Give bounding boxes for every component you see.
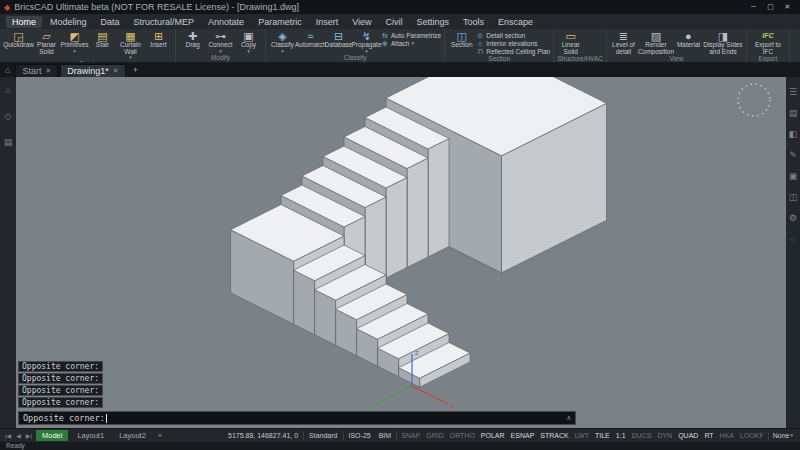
ribbon-item-material[interactable]: ● Material <box>675 30 702 49</box>
command-history-line: Opposite corner: <box>18 373 103 384</box>
ribbon-item-display-sides-and-ends[interactable]: ◨ Display Sides and Ends <box>703 30 743 55</box>
gear-icon[interactable]: ⚙ <box>789 213 797 223</box>
viewport[interactable]: X Y Z Opposite corner: Opposite corner: … <box>16 77 786 428</box>
first-layout-button[interactable]: |◀ <box>4 432 12 439</box>
command-input[interactable]: Opposite corner: ∧ <box>18 411 576 425</box>
ribbon-item-primitives[interactable]: ◩ Primitives ▾ <box>61 30 88 54</box>
pencil-icon[interactable]: ✎ <box>789 150 797 160</box>
tab-layout2[interactable]: Layout2 <box>113 430 152 441</box>
diamond-icon[interactable]: ◇ <box>5 111 12 121</box>
ribbon-item-stair[interactable]: ▤ Stair <box>89 30 116 49</box>
section-icon: ◫ <box>457 30 467 42</box>
ready-bar: Ready <box>0 442 800 450</box>
status-toggle-grid[interactable]: GRID <box>423 432 447 439</box>
chevron-down-icon: ▾ <box>411 41 414 46</box>
ribbon-item-planar-solid[interactable]: ▱ Planar Solid <box>33 30 60 55</box>
tab-drawing1[interactable]: Drawing1* ✕ <box>60 64 125 77</box>
status-toggle-polar[interactable]: POLAR <box>478 432 508 439</box>
status-toggle-rt[interactable]: RT <box>701 432 716 439</box>
layers-icon[interactable]: ▤ <box>789 108 798 118</box>
ribbon-item-drag[interactable]: ✚ Drag <box>179 30 206 49</box>
status-toggle-ortho[interactable]: ORTHO <box>447 432 478 439</box>
menu-data[interactable]: Data <box>95 16 126 28</box>
selection-mode-dropdown[interactable]: None ▾ <box>770 432 796 439</box>
ribbon-item-database[interactable]: ⊟ Database <box>325 30 352 49</box>
tab-layout1[interactable]: Layout1 <box>71 430 110 441</box>
ribbon-item-curtain-wall[interactable]: ▦ Curtain Wall ▾ <box>117 30 144 60</box>
ribbon-item-render-composition[interactable]: ▨ Render Composition <box>638 30 674 55</box>
menu-home[interactable]: Home <box>6 16 42 28</box>
menu-enscape[interactable]: Enscape <box>492 16 539 28</box>
close-icon[interactable]: ✕ <box>113 67 119 75</box>
ribbon-item-automatch[interactable]: ≈ Automatch <box>297 30 324 49</box>
command-prompt-text: Opposite corner: <box>23 413 105 423</box>
menu-view[interactable]: View <box>346 16 377 28</box>
ribbon-item-export-to-ifc[interactable]: IFC Export to IFC <box>750 30 786 55</box>
home-icon[interactable]: ⌂ <box>5 85 10 95</box>
ribbon-item-propagate[interactable]: ↯ Propagate ▾ <box>353 30 380 54</box>
new-tab-button[interactable]: + <box>128 65 143 75</box>
layers-icon[interactable]: ▤ <box>4 137 13 147</box>
prev-layout-button[interactable]: ◀ <box>15 432 22 439</box>
ribbon-item-reflected-ceiling-plan[interactable]: ⊓ Reflected Ceiling Plan <box>476 48 550 55</box>
close-button[interactable]: ✕ <box>779 3 796 11</box>
ribbon-item-attach[interactable]: ⊕ Attach ▾ <box>381 40 441 47</box>
coordinates-display[interactable]: 5175.88, 146827.41, 0 <box>224 432 302 439</box>
status-toggle-lwt[interactable]: LWT <box>572 432 592 439</box>
workspace-name[interactable]: BIM <box>375 432 395 439</box>
hamburger-icon[interactable]: ☰ <box>789 87 797 97</box>
maximize-button[interactable]: ▢ <box>762 3 779 11</box>
ribbon-group-structure-hvac: ▭ Linear Solid Structure/HVAC <box>554 29 607 62</box>
ribbon-item-quickdraw[interactable]: ◲ Quickdraw <box>5 30 32 49</box>
status-toggle-hka[interactable]: HKA <box>717 432 737 439</box>
status-toggle-tile[interactable]: TILE <box>592 432 613 439</box>
half-square-icon[interactable]: ◧ <box>789 129 798 139</box>
menu-annotate[interactable]: Annotate <box>202 16 250 28</box>
ribbon-item-classify[interactable]: ◈ Classify ▾ <box>269 30 296 54</box>
chevron-down-icon: ▾ <box>365 49 368 54</box>
tab-model[interactable]: Model <box>36 430 68 441</box>
lookfrom-compass-icon[interactable] <box>734 80 774 124</box>
status-toggle-lookf[interactable]: LOOKF <box>737 432 767 439</box>
current-style[interactable]: Standard <box>305 432 341 439</box>
dimension-style[interactable]: ISO-25 <box>345 432 375 439</box>
minimize-button[interactable]: ─ <box>745 3 762 11</box>
menu-structural-mep[interactable]: Structural/MEP <box>128 16 201 28</box>
close-icon[interactable]: ✕ <box>45 67 51 75</box>
status-toggle-snap[interactable]: SNAP <box>398 432 423 439</box>
status-toggle-ducs[interactable]: DUCS <box>629 432 655 439</box>
status-toggle-dyn[interactable]: DYN <box>654 432 675 439</box>
ribbon-item-section[interactable]: ◫ Section <box>448 30 475 49</box>
dotted-circle-icon[interactable]: ◌ <box>790 234 795 244</box>
add-layout-button[interactable]: + <box>155 431 165 440</box>
menu-tools[interactable]: Tools <box>457 16 490 28</box>
status-toggle-quad[interactable]: QUAD <box>675 432 701 439</box>
square-icon[interactable]: ▣ <box>789 171 798 181</box>
window-icon[interactable]: ◫ <box>789 192 798 202</box>
ribbon-item-auto-parametrize[interactable]: fx Auto Parametrize <box>381 32 441 39</box>
ribbon-item-connect[interactable]: ⊶ Connect ▾ <box>207 30 234 54</box>
menu-civil[interactable]: Civil <box>380 16 409 28</box>
status-toggle-esnap[interactable]: ESNAP <box>508 432 538 439</box>
automatch-icon: ≈ <box>307 30 313 42</box>
ribbon-item-linear-solid[interactable]: ▭ Linear Solid <box>557 30 584 55</box>
ribbon-item-copy[interactable]: ▣ Copy ▾ <box>235 30 262 54</box>
stair-model-drawing: X Y Z <box>16 77 786 428</box>
ribbon-item-level-of-detail[interactable]: ≣ Level of detail <box>610 30 637 55</box>
home-icon[interactable]: ⌂ <box>2 65 13 75</box>
menu-modeling[interactable]: Modeling <box>44 16 93 28</box>
next-layout-button[interactable]: ▶| <box>25 432 33 439</box>
menu-insert[interactable]: Insert <box>310 16 345 28</box>
tab-start[interactable]: Start ✕ <box>15 64 58 77</box>
menu-parametric[interactable]: Parametric <box>252 16 308 28</box>
material-icon: ● <box>685 30 692 42</box>
status-toggle-strack[interactable]: STRACK <box>537 432 571 439</box>
status-toggle-scale[interactable]: 1:1 <box>613 432 629 439</box>
chevron-down-icon: ▾ <box>281 49 284 54</box>
chevron-up-icon[interactable]: ∧ <box>567 414 571 422</box>
ribbon-item-detail-section[interactable]: ⊙ Detail section <box>476 32 550 39</box>
menu-settings[interactable]: Settings <box>411 16 456 28</box>
ribbon-group-label: Classify <box>269 54 441 62</box>
ribbon-item-interior-elevations[interactable]: ⌂ Interior elevations <box>476 40 550 47</box>
ribbon-item-insert[interactable]: ⊞ Insert <box>145 30 172 49</box>
